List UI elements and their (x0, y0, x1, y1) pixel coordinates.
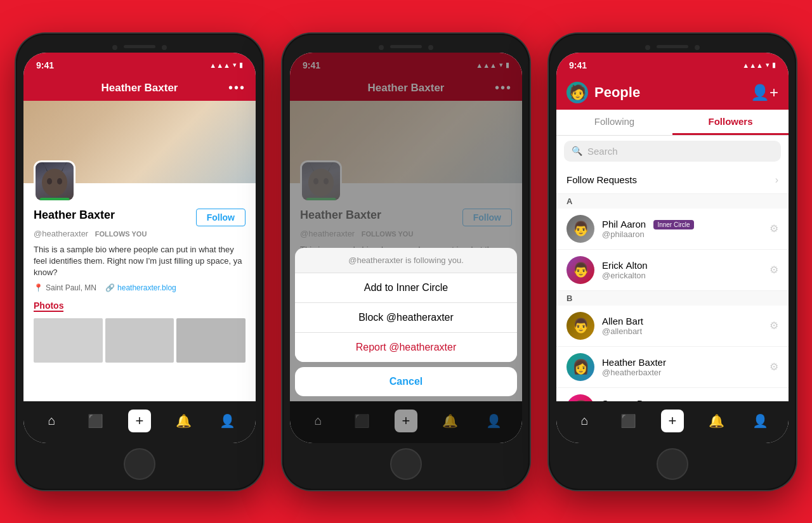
search-placeholder: Search (587, 146, 618, 157)
front-camera (112, 45, 117, 50)
person-last-name-allen: Bart (626, 316, 644, 326)
people-tabs: Following Followers (556, 110, 789, 136)
nav-create[interactable]: + (127, 408, 152, 434)
people-title: People (594, 84, 640, 101)
home-button[interactable] (124, 448, 155, 480)
profile-content: Heather Baxter Follow @heatheraxter FOLL… (23, 183, 256, 401)
nav-notifications[interactable]: 🔔 (171, 408, 196, 434)
more-options-icon[interactable]: ••• (228, 81, 246, 95)
person-first-name-heather: Heather (602, 357, 636, 368)
nav-tickets-p3[interactable]: ⬛ (616, 408, 641, 434)
person-info-phil: Phil Aaron Inner Circle @philaaron (602, 219, 769, 239)
block-user-button[interactable]: Block @heatheraxter (295, 303, 517, 333)
person-row-sammy-bo[interactable]: 👩 Sammy Bo @sammybo ⚙ (556, 388, 789, 401)
front-camera-2-p3 (695, 45, 700, 50)
header-avatar: 🧑 (566, 82, 588, 103)
bell-icon-p3: 🔔 (709, 413, 724, 429)
battery-icon-p3: ▮ (772, 61, 776, 69)
person-last-name-erick: Alton (626, 260, 648, 271)
follow-requests-row[interactable]: Follow Requests › (556, 167, 789, 194)
person-row-allen-bart[interactable]: 👨 Allen Bart @allenbart ⚙ (556, 306, 789, 347)
home-button-p2[interactable] (390, 448, 422, 480)
home-icon: ⌂ (48, 413, 56, 428)
location-item: 📍 Saint Paul, MN (34, 283, 96, 292)
gear-icon-phil[interactable]: ⚙ (769, 223, 778, 235)
person-handle-heather: @heatherbaxter (602, 368, 769, 377)
person-info-erick: Erick Alton @erickalton (602, 260, 769, 280)
avatar-svg (36, 160, 74, 200)
inner-circle-badge-phil: Inner Circle (653, 220, 693, 229)
location-text: Saint Paul, MN (46, 283, 96, 292)
photos-link[interactable]: Photos (34, 300, 63, 312)
home-button-p3[interactable] (657, 448, 688, 480)
gear-icon-erick[interactable]: ⚙ (769, 264, 778, 276)
person-row-heather-baxter[interactable]: 👩 Heather Baxter @heatherbaxter ⚙ (556, 347, 789, 388)
cancel-button[interactable]: Cancel (295, 367, 517, 396)
person-name-allen: Allen Bart (602, 316, 769, 326)
photo-2 (105, 318, 174, 363)
person-first-name-phil: Phil (602, 219, 618, 229)
tickets-icon-p3: ⬛ (620, 413, 636, 429)
website-item[interactable]: 🔗 heatheraxter.blog (105, 283, 176, 292)
chevron-right-icon: › (775, 174, 778, 186)
person-info-allen: Allen Bart @allenbart (602, 316, 769, 336)
profile-handle-row: @heatheraxter FOLLOWS YOU (34, 228, 246, 239)
person-row-phil-aaron[interactable]: 👨 Phil Aaron Inner Circle @philaaron ⚙ (556, 209, 789, 250)
person-row-erick-alton[interactable]: 👨 Erick Alton @erickalton ⚙ (556, 250, 789, 291)
status-time-p3: 9:41 (569, 60, 587, 70)
phone-3: 9:41 ▲▲▲ ▾ ▮ 🧑 People 👤+ Following Follo… (549, 34, 796, 490)
nav-profile[interactable]: 👤 (214, 408, 240, 434)
section-a-header: A (556, 194, 789, 209)
follow-button[interactable]: Follow (196, 209, 246, 226)
front-camera-p2 (379, 45, 384, 50)
website-text: heatheraxter.blog (117, 283, 176, 292)
section-b-header: B (556, 291, 789, 306)
bottom-nav: ⌂ ⬛ + 🔔 👤 (23, 401, 256, 443)
add-to-inner-circle-button[interactable]: Add to Inner Circle (295, 273, 517, 303)
person-avatar-erick: 👨 (566, 256, 594, 284)
speaker (124, 45, 155, 48)
person-info-sammy: Sammy Bo @sammybo (602, 398, 769, 401)
person-handle-erick: @erickalton (602, 271, 769, 280)
location-icon: 📍 (34, 283, 43, 292)
gear-icon-heather[interactable]: ⚙ (769, 361, 778, 373)
people-screen: Following Followers 🔍 Search Follow Requ… (556, 110, 789, 401)
search-bar[interactable]: 🔍 Search (564, 141, 781, 162)
link-icon: 🔗 (105, 283, 115, 292)
person-handle-phil: @philaaron (602, 229, 769, 239)
status-icons-p3: ▲▲▲ ▾ ▮ (742, 61, 776, 69)
avatar-image (36, 162, 74, 200)
add-person-icon[interactable]: 👤+ (750, 84, 778, 101)
person-handle-allen: @allenbart (602, 326, 769, 336)
nav-notifications-p3[interactable]: 🔔 (704, 408, 729, 434)
follows-you-label: FOLLOWS YOU (95, 230, 147, 238)
nav-home[interactable]: ⌂ (39, 408, 65, 434)
nav-tickets[interactable]: ⬛ (83, 408, 108, 434)
action-sheet: @heatheraxter is following you. Add to I… (290, 248, 522, 401)
tab-following[interactable]: Following (556, 110, 672, 135)
bottom-nav-p3: ⌂ ⬛ + 🔔 👤 (556, 401, 789, 443)
person-last-name-heather: Baxter (639, 357, 666, 368)
signal-icon: ▲▲▲ (209, 61, 230, 69)
tab-followers[interactable]: Followers (672, 110, 789, 135)
nav-home-p3[interactable]: ⌂ (572, 408, 598, 434)
plus-button-p3[interactable]: + (661, 410, 684, 432)
person-first-name-erick: Erick (602, 260, 623, 271)
nav-create-p3[interactable]: + (660, 408, 685, 434)
person-name-erick: Erick Alton (602, 260, 769, 271)
action-sheet-header: @heatheraxter is following you. (295, 248, 517, 273)
svg-point-0 (42, 169, 67, 197)
signal-icon-p3: ▲▲▲ (742, 61, 763, 69)
plus-button[interactable]: + (128, 410, 151, 432)
profile-icon-p3: 👤 (752, 413, 768, 429)
report-user-button[interactable]: Report @heatheraxter (295, 333, 517, 362)
plus-icon: + (136, 413, 144, 429)
profile-bio: This is a sample bio where people can pu… (34, 244, 246, 279)
patron-badge: PATRON (40, 198, 70, 202)
gear-icon-allen[interactable]: ⚙ (769, 320, 778, 332)
bell-icon: 🔔 (176, 413, 192, 429)
cover-image: PATRON (23, 101, 256, 183)
nav-profile-p3[interactable]: 👤 (747, 408, 773, 434)
photo-1 (34, 318, 103, 363)
tickets-icon: ⬛ (88, 413, 103, 429)
